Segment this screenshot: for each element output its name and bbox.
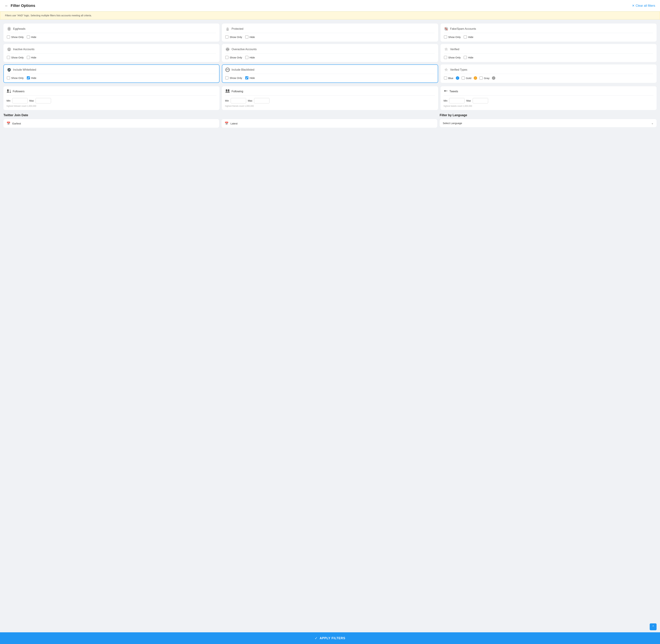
header-left: ← Filter Options bbox=[5, 3, 35, 8]
show-only-checkbox-fake-spam[interactable] bbox=[444, 36, 447, 39]
svg-rect-3 bbox=[227, 28, 228, 29]
protected-icon bbox=[225, 27, 230, 31]
filter-card-whitelisted: Include Whitelisted Show Only Hide bbox=[3, 65, 220, 83]
svg-point-7 bbox=[447, 28, 447, 29]
hide-checkbox-protected[interactable] bbox=[245, 36, 248, 39]
range-inputs-following: Min Max bbox=[225, 98, 435, 104]
latest-label: Latest bbox=[230, 122, 237, 125]
hide-checkbox-overactive[interactable] bbox=[245, 56, 248, 59]
earliest-date-input[interactable]: 📅 Earliest bbox=[3, 119, 219, 128]
apply-filters-label: APPLY FILTERS bbox=[320, 637, 345, 640]
apply-filters-button[interactable]: ✓ APPLY FILTERS bbox=[0, 632, 660, 644]
show-only-checkbox-protected[interactable] bbox=[225, 36, 228, 39]
eggheads-icon bbox=[7, 27, 12, 31]
fake-spam-icon bbox=[444, 27, 449, 31]
hide-label-protected[interactable]: Hide bbox=[245, 36, 255, 39]
range-hint-following: highest friends count 1,000,000 bbox=[225, 105, 435, 107]
gray-verified-checkbox[interactable] bbox=[480, 76, 483, 79]
hide-checkbox-blacklisted[interactable] bbox=[245, 76, 248, 79]
gray-badge: ✓ bbox=[492, 76, 495, 80]
max-label-followers: Max bbox=[29, 99, 34, 102]
filter-title-verified-types: Verified Types bbox=[450, 68, 467, 71]
svg-marker-18 bbox=[444, 68, 448, 71]
blue-verified-checkbox[interactable] bbox=[444, 76, 447, 79]
range-hint-tweets: highest tweets count 1,000,000 bbox=[443, 105, 654, 107]
filter-title-eggheads: Eggheads bbox=[13, 27, 25, 30]
hide-label-overactive[interactable]: Hide bbox=[245, 56, 255, 59]
max-input-following[interactable] bbox=[254, 98, 270, 104]
show-only-checkbox-verified[interactable] bbox=[444, 56, 447, 59]
apply-check-icon: ✓ bbox=[315, 636, 318, 640]
hide-checkbox-eggheads[interactable] bbox=[27, 36, 30, 39]
info-banner: Filters use "AND" logic. Selecting multi… bbox=[0, 12, 660, 19]
min-input-following[interactable] bbox=[231, 98, 246, 104]
show-only-label-protected[interactable]: Show Only bbox=[225, 36, 242, 39]
blue-verified-label[interactable]: Blue bbox=[444, 76, 453, 79]
show-only-checkbox-inactive[interactable] bbox=[7, 56, 10, 59]
back-button[interactable]: ← bbox=[5, 4, 8, 8]
overactive-icon bbox=[225, 47, 230, 51]
earliest-label: Earliest bbox=[13, 122, 21, 125]
max-input-tweets[interactable] bbox=[473, 98, 488, 104]
tweets-icon bbox=[443, 89, 448, 94]
hide-checkbox-fake-spam[interactable] bbox=[464, 36, 467, 39]
range-grid: Followers Min Max highest follower count… bbox=[3, 86, 657, 110]
scroll-up-button[interactable]: ⌃ bbox=[650, 623, 657, 630]
hide-checkbox-whitelisted[interactable] bbox=[27, 76, 30, 79]
svg-point-10 bbox=[8, 49, 9, 49]
hide-label-fake-spam[interactable]: Hide bbox=[464, 36, 473, 39]
gold-verified-checkbox[interactable] bbox=[462, 76, 465, 79]
show-only-label-fake-spam[interactable]: Show Only bbox=[444, 36, 461, 39]
filter-title-whitelisted: Include Whitelisted bbox=[13, 68, 36, 71]
show-only-label-verified[interactable]: Show Only bbox=[444, 56, 461, 59]
min-input-tweets[interactable] bbox=[449, 98, 464, 104]
gray-verified-label[interactable]: Gray bbox=[480, 76, 490, 79]
min-label-tweets: Min bbox=[443, 99, 448, 102]
hide-label-verified[interactable]: Hide bbox=[464, 56, 473, 59]
blacklisted-icon bbox=[225, 68, 230, 72]
range-header-following: Following bbox=[225, 89, 435, 96]
show-only-label-blacklisted[interactable]: Show Only bbox=[225, 76, 242, 79]
svg-point-11 bbox=[9, 49, 10, 49]
svg-point-20 bbox=[226, 89, 227, 91]
latest-date-input[interactable]: 📅 Latest bbox=[222, 119, 437, 128]
page-title: Filter Options bbox=[11, 3, 35, 8]
show-only-checkbox-whitelisted[interactable] bbox=[7, 76, 10, 79]
show-only-checkbox-blacklisted[interactable] bbox=[225, 76, 228, 79]
checkbox-row-whitelisted: Show Only Hide bbox=[7, 76, 216, 79]
hide-label-eggheads[interactable]: Hide bbox=[27, 36, 37, 39]
min-label-followers: Min bbox=[6, 99, 10, 102]
hide-checkbox-inactive[interactable] bbox=[27, 56, 30, 59]
filter-card-header-protected: Protected bbox=[225, 27, 434, 33]
range-inputs-followers: Min Max bbox=[6, 98, 217, 104]
language-select[interactable]: Select Language ⌄ bbox=[440, 119, 657, 127]
filter-card-fake-spam: Fake/Spam Accounts Show Only Hide bbox=[440, 24, 657, 42]
hide-checkbox-verified[interactable] bbox=[464, 56, 467, 59]
show-only-label-overactive[interactable]: Show Only bbox=[225, 56, 242, 59]
gold-verified-label[interactable]: Gold bbox=[462, 76, 472, 79]
verified-icon bbox=[444, 47, 449, 51]
hide-label-blacklisted[interactable]: Hide bbox=[245, 76, 255, 79]
show-only-label-inactive[interactable]: Show Only bbox=[7, 56, 24, 59]
svg-marker-15 bbox=[444, 47, 448, 51]
show-only-checkbox-overactive[interactable] bbox=[225, 56, 228, 59]
filter-title-overactive: Overactive Accounts bbox=[231, 48, 257, 51]
show-only-label-eggheads[interactable]: Show Only bbox=[7, 36, 24, 39]
max-input-followers[interactable] bbox=[36, 98, 51, 104]
hide-label-inactive[interactable]: Hide bbox=[27, 56, 37, 59]
show-only-label-whitelisted[interactable]: Show Only bbox=[7, 76, 24, 79]
clear-filters-label: Clear all filters bbox=[636, 4, 655, 7]
min-input-followers[interactable] bbox=[12, 98, 28, 104]
language-select-label: Select Language bbox=[443, 122, 462, 124]
min-label-following: Min bbox=[225, 99, 229, 102]
blue-badge: ✓ bbox=[456, 76, 459, 80]
filter-card-header-blacklisted: Include Blacklisted bbox=[225, 68, 434, 74]
gold-badge: ✓ bbox=[474, 76, 477, 80]
range-inputs-tweets: Min Max bbox=[443, 98, 654, 104]
clear-filters-button[interactable]: ✕ Clear all filters bbox=[632, 4, 655, 7]
calendar-earliest-icon: 📅 bbox=[6, 121, 10, 125]
show-only-checkbox-eggheads[interactable] bbox=[7, 36, 10, 39]
checkbox-row-overactive: Show Only Hide bbox=[225, 56, 434, 59]
hide-label-whitelisted[interactable]: Hide bbox=[27, 76, 37, 79]
filter-card-header-eggheads: Eggheads bbox=[7, 27, 216, 33]
